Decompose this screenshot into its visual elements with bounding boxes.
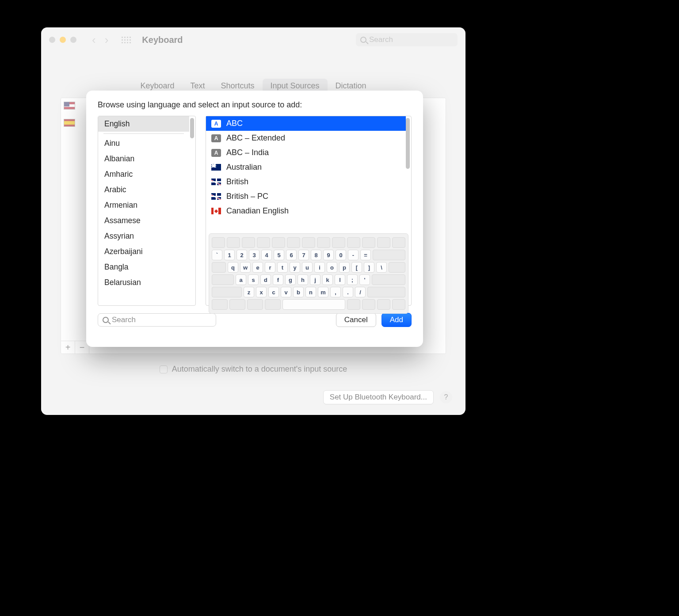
language-item[interactable]: Ainu (98, 136, 189, 151)
function-key (287, 237, 300, 248)
input-source-item[interactable]: Australian (206, 160, 406, 175)
modifier-key (362, 299, 375, 310)
key: r (265, 262, 275, 273)
key: m (318, 287, 328, 297)
input-source-item[interactable]: British (206, 175, 406, 189)
key: \ (376, 262, 387, 273)
key: 9 (323, 250, 334, 260)
search-placeholder: Search (369, 35, 393, 44)
input-source-item[interactable]: AABC – India (206, 145, 406, 160)
bluetooth-keyboard-button[interactable]: Set Up Bluetooth Keyboard... (323, 390, 434, 404)
flag-gb-icon (211, 179, 221, 185)
input-source-label: ABC – Extended (226, 133, 285, 143)
keyboard-preview: `1234567890-=qwertyuiop[]\asdfghjkl;'zxc… (209, 233, 408, 314)
key: / (355, 287, 366, 297)
back-button[interactable]: ‹ (92, 33, 96, 47)
input-source-item[interactable]: AABC (206, 116, 406, 131)
key: ] (364, 262, 374, 273)
help-button[interactable]: ? (440, 391, 452, 403)
scrollbar-thumb[interactable] (406, 118, 410, 169)
language-item[interactable]: Assyrian (98, 228, 189, 244)
function-key (362, 237, 375, 248)
key: w (240, 262, 251, 273)
key: z (244, 287, 254, 297)
cancel-button[interactable]: Cancel (336, 313, 376, 327)
sheet-search-placeholder: Search (112, 316, 136, 324)
input-source-item[interactable]: AABC – Extended (206, 131, 406, 145)
flag-us-icon[interactable] (64, 102, 75, 110)
forward-button[interactable]: › (105, 33, 109, 47)
sheet-search-input[interactable]: Search (98, 313, 216, 327)
key: 7 (298, 250, 309, 260)
language-item[interactable]: Amharic (98, 167, 189, 182)
keyboard-layout-icon: A (211, 134, 221, 142)
key: l (335, 274, 345, 285)
function-key (377, 237, 390, 248)
auto-switch-label: Automatically switch to a document's inp… (172, 365, 347, 374)
input-source-label: Canadian English (226, 206, 289, 216)
add-source-button[interactable]: + (61, 341, 75, 354)
show-all-icon[interactable] (122, 37, 131, 43)
input-source-item[interactable]: Canadian English (206, 204, 406, 218)
close-window-icon[interactable] (49, 37, 55, 43)
function-key (302, 237, 315, 248)
key: 1 (224, 250, 235, 260)
language-item[interactable]: English (98, 116, 189, 132)
function-key (392, 237, 405, 248)
language-pane: EnglishAinuAlbanianAmharicArabicArmenian… (98, 116, 196, 306)
key: ` (212, 250, 222, 260)
key: c (268, 287, 279, 297)
input-source-list[interactable]: AABCAABC – ExtendedAABC – IndiaAustralia… (206, 116, 411, 229)
key: 4 (261, 250, 272, 260)
toolbar-search[interactable]: Search (356, 33, 458, 46)
source-pane: AABCAABC – ExtendedAABC – IndiaAustralia… (206, 116, 412, 306)
auto-switch-checkbox[interactable] (160, 365, 168, 373)
function-key (212, 237, 225, 248)
modifier-key (229, 299, 245, 310)
language-item[interactable]: Bangla (98, 259, 189, 275)
spacebar-key (282, 299, 345, 310)
modifier-key (212, 287, 242, 297)
key: a (236, 274, 246, 285)
minimize-window-icon[interactable] (60, 37, 66, 43)
search-icon (360, 37, 366, 43)
key: [ (351, 262, 362, 273)
key: 3 (249, 250, 259, 260)
zoom-window-icon[interactable] (70, 37, 76, 43)
function-key (227, 237, 240, 248)
modifier-key (247, 299, 263, 310)
language-item[interactable]: Arabic (98, 182, 189, 198)
key: 8 (311, 250, 321, 260)
flag-es-icon[interactable] (64, 119, 75, 127)
flag-ca-icon (211, 208, 221, 214)
input-source-item[interactable]: British – PC (206, 189, 406, 204)
modifier-key (212, 274, 234, 285)
window-title: Keyboard (142, 35, 183, 45)
key: q (228, 262, 238, 273)
language-list[interactable]: EnglishAinuAlbanianAmharicArabicArmenian… (98, 116, 195, 305)
key: f (273, 274, 283, 285)
add-button[interactable]: Add (381, 313, 412, 327)
input-source-label: British – PC (226, 192, 268, 201)
function-key (257, 237, 270, 248)
key: e (252, 262, 263, 273)
modifier-key (373, 250, 405, 260)
language-item[interactable]: Armenian (98, 198, 189, 213)
function-key (347, 237, 360, 248)
language-item[interactable]: Albanian (98, 151, 189, 167)
scrollbar-thumb[interactable] (190, 118, 194, 138)
keyboard-layout-icon: A (211, 149, 221, 157)
keyboard-layout-icon: A (211, 120, 221, 128)
key: h (298, 274, 308, 285)
modifier-key (212, 262, 226, 273)
key: x (256, 287, 267, 297)
key: s (248, 274, 259, 285)
language-item[interactable]: Belarusian (98, 275, 189, 290)
modifier-key (372, 274, 405, 285)
modifier-key (347, 299, 360, 310)
key: t (277, 262, 288, 273)
language-item[interactable]: Assamese (98, 213, 189, 228)
titlebar: ‹ › Keyboard Search (41, 27, 465, 52)
language-item[interactable]: Azerbaijani (98, 244, 189, 259)
key: p (339, 262, 350, 273)
